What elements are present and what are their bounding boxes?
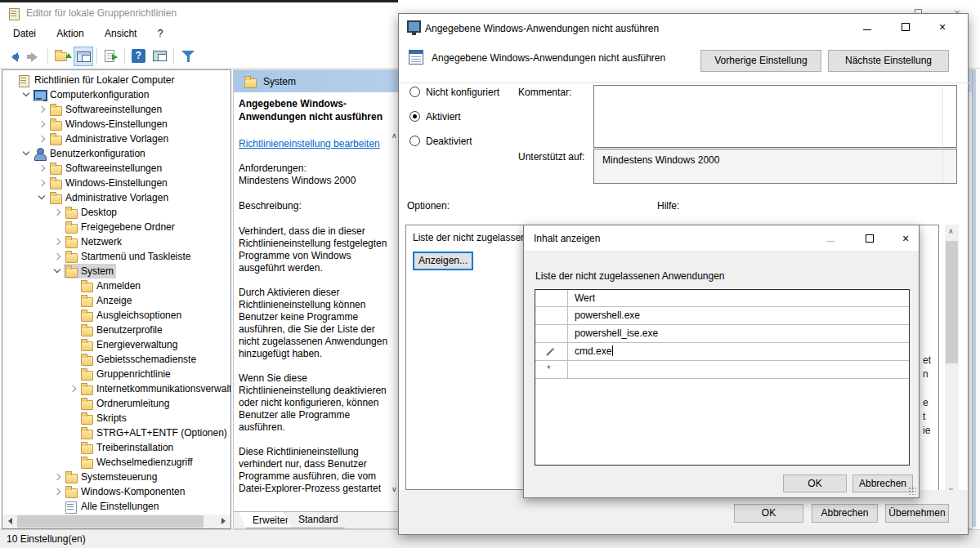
- table-row[interactable]: cmd.exe: [535, 343, 909, 361]
- tree-item[interactable]: Gebietsschemadienste: [2, 352, 230, 367]
- expand-icon[interactable]: [37, 104, 48, 115]
- filter-icon[interactable]: [178, 47, 198, 66]
- expand-icon[interactable]: [68, 383, 79, 394]
- expand-icon[interactable]: [37, 163, 48, 174]
- next-setting-button[interactable]: Nächste Einstellung: [828, 50, 949, 72]
- tree-item-content[interactable]: Gebietsschemadienste: [79, 352, 199, 367]
- tree-item[interactable]: Administrative Vorlagen: [2, 131, 230, 146]
- tree-item-content[interactable]: Softwareeinstellungen: [48, 161, 164, 176]
- scroll-down-icon[interactable]: ∨: [392, 485, 397, 493]
- row-selector-cell[interactable]: *: [535, 361, 568, 379]
- tree-item-content[interactable]: Administrative Vorlagen: [48, 131, 171, 146]
- show-console-tree-icon[interactable]: [74, 47, 93, 66]
- tree-item[interactable]: STRG+ALT+ENTF (Optionen): [2, 425, 230, 440]
- value-cell[interactable]: powershell.exe: [568, 307, 909, 325]
- tree-item-content[interactable]: Netzwerk: [64, 234, 124, 249]
- help-icon[interactable]: ?: [129, 47, 149, 66]
- new-entry-row[interactable]: *: [535, 361, 909, 379]
- tree-item-content[interactable]: Anzeige: [79, 293, 134, 308]
- tree-item[interactable]: Ordnerumleitung: [2, 396, 230, 411]
- tree-item[interactable]: Anmelden: [2, 278, 230, 293]
- tree-item-content[interactable]: Wechselmedienzugriff: [79, 455, 195, 470]
- tree-item[interactable]: Anzeige: [2, 293, 230, 308]
- row-selector-cell[interactable]: [535, 307, 568, 325]
- edit-policy-link[interactable]: Richtlinieneinstellung bearbeiten: [239, 138, 380, 149]
- tree-horizontal-scrollbar[interactable]: [2, 515, 230, 528]
- up-one-level-icon[interactable]: [52, 47, 72, 66]
- expand-icon[interactable]: [37, 118, 48, 130]
- menu-datei[interactable]: Datei: [8, 25, 41, 42]
- dialog-maximize-button[interactable]: [900, 20, 911, 33]
- tree-item-content[interactable]: Energieverwaltung: [79, 337, 180, 352]
- expand-icon[interactable]: [52, 236, 64, 247]
- help-vertical-scrollbar[interactable]: ∧ ∨: [945, 225, 959, 497]
- tree-item-content[interactable]: Windows-Einstellungen: [48, 176, 170, 190]
- menu-ansicht[interactable]: Ansicht: [100, 25, 141, 42]
- tree-item-content[interactable]: Skripts: [79, 411, 129, 425]
- comment-input[interactable]: [593, 85, 957, 148]
- dialog-minimize-button[interactable]: [861, 20, 873, 33]
- cancel-button[interactable]: Abbrechen: [812, 504, 878, 523]
- expand-icon[interactable]: [52, 486, 64, 497]
- tree-item[interactable]: Systemsteuerung: [2, 470, 230, 484]
- tab-standard[interactable]: Standard: [284, 512, 352, 528]
- back-icon[interactable]: [5, 47, 25, 66]
- tree-item[interactable]: Startmenü und Taskleiste: [2, 249, 230, 264]
- tree-item[interactable]: Netzwerk: [2, 234, 230, 249]
- tree-item-content[interactable]: Windows-Einstellungen: [48, 117, 170, 131]
- collapse-icon[interactable]: [52, 265, 64, 277]
- tree-item-content[interactable]: Ausgleichsoptionen: [79, 308, 184, 323]
- tree-item-content[interactable]: Freigegebene Ordner: [64, 220, 177, 234]
- menu-help[interactable]: ?: [153, 25, 168, 42]
- show-action-pane-icon[interactable]: [150, 47, 170, 66]
- tree-item-content[interactable]: Ordnerumleitung: [79, 396, 172, 411]
- tree-item-content[interactable]: Internetkommunikationsverwaltu: [79, 381, 231, 396]
- value-cell[interactable]: [568, 361, 909, 379]
- table-row[interactable]: powershell_ise.exe: [535, 325, 909, 343]
- resize-grip[interactable]: [908, 487, 916, 495]
- tree-item[interactable]: Computerkonfiguration: [2, 87, 230, 102]
- show-list-button[interactable]: Anzeigen...: [413, 252, 473, 270]
- tree-item[interactable]: Windows-Komponenten: [2, 484, 230, 499]
- tree-item-content[interactable]: Computerkonfiguration: [33, 87, 151, 102]
- tree-item-content[interactable]: Desktop: [64, 205, 119, 220]
- tree-item[interactable]: Softwareeinstellungen: [2, 161, 230, 176]
- scroll-up-icon[interactable]: ∧: [948, 227, 954, 235]
- content-cancel-button[interactable]: Abbrechen: [852, 474, 913, 492]
- ok-button[interactable]: OK: [734, 504, 803, 523]
- tree-item[interactable]: System: [2, 264, 230, 278]
- tree-item-content[interactable]: Alle Einstellungen: [64, 499, 161, 514]
- expand-icon[interactable]: [37, 177, 48, 189]
- tree-item[interactable]: Energieverwaltung: [2, 337, 230, 352]
- radio-button[interactable]: [409, 87, 420, 97]
- scroll-right-icon[interactable]: [217, 515, 230, 528]
- menu-aktion[interactable]: Aktion: [51, 25, 88, 42]
- tree-item-content[interactable]: Windows-Komponenten: [64, 484, 187, 499]
- tree-item[interactable]: Benutzerprofile: [2, 323, 230, 337]
- scrollbar-thumb[interactable]: [17, 515, 204, 528]
- expand-icon[interactable]: [52, 251, 64, 262]
- value-cell[interactable]: cmd.exe: [568, 343, 909, 361]
- scroll-left-icon[interactable]: [2, 515, 16, 528]
- tree-item[interactable]: Gruppenrichtlinie: [2, 367, 230, 381]
- scrollbar-thumb[interactable]: [946, 241, 958, 363]
- tree-item[interactable]: Skripts: [2, 411, 230, 425]
- tree-item-content[interactable]: Administrative Vorlagen: [48, 190, 171, 205]
- radio-button[interactable]: [409, 136, 420, 146]
- tree-item-content[interactable]: Softwareeinstellungen: [48, 102, 164, 117]
- tree-item[interactable]: Treiberinstallation: [2, 440, 230, 455]
- expand-icon[interactable]: [52, 471, 64, 483]
- table-row[interactable]: powershell.exe: [535, 307, 909, 325]
- collapse-icon[interactable]: [37, 192, 48, 203]
- row-selector-cell[interactable]: [535, 343, 568, 361]
- value-cell[interactable]: powershell_ise.exe: [568, 325, 909, 343]
- tree-item[interactable]: Windows-Einstellungen: [2, 117, 230, 131]
- tree-item-content[interactable]: Gruppenrichtlinie: [79, 367, 173, 381]
- radio-button[interactable]: [409, 111, 420, 122]
- tree-item[interactable]: Administrative Vorlagen: [2, 190, 230, 205]
- tree-item-content[interactable]: Richtlinien für Lokaler Computer: [17, 73, 177, 87]
- tree-item-content[interactable]: Anmelden: [79, 278, 143, 293]
- forward-icon[interactable]: [25, 47, 44, 66]
- tree-item[interactable]: Desktop: [2, 205, 230, 220]
- tree-item[interactable]: Ausgleichsoptionen: [2, 308, 230, 323]
